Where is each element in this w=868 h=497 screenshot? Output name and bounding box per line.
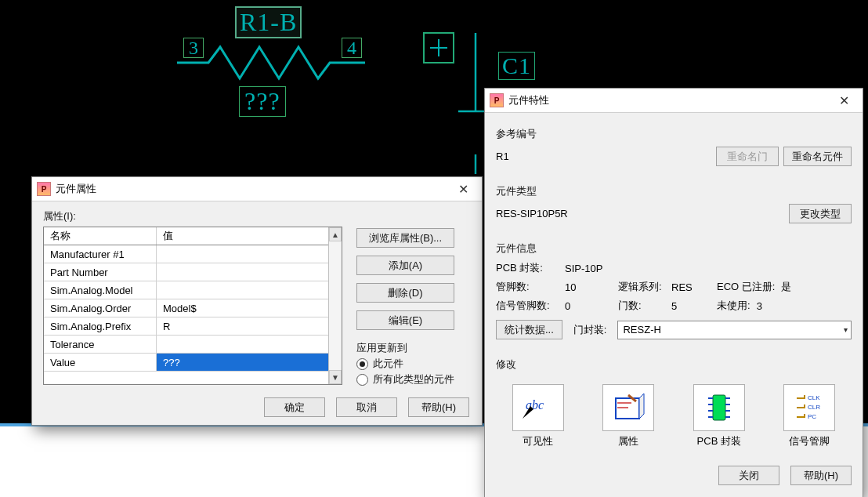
apply-this-radio[interactable]: 此元件 [356,357,454,371]
help-button[interactable]: 帮助(H) [790,466,852,485]
browse-lib-attributes-button[interactable]: 浏览库属性(B)... [356,228,454,248]
signal-pin-count-label: 信号管脚数: [496,299,559,313]
signal-pin-count-value: 0 [565,300,612,312]
apply-all-radio[interactable]: 所有此类型的元件 [356,372,454,386]
visibility-button[interactable]: abc [512,384,564,431]
ref-number-label: 参考编号 [496,127,852,141]
visibility-icon: abc [519,390,557,425]
signal-pins-button[interactable]: CLKCLRPC [783,384,835,431]
app-icon: P [37,182,51,196]
modify-section-label: 修改 [496,357,852,372]
svg-text:CLR: CLR [808,404,820,411]
unused-value: 3 [757,300,762,312]
table-row[interactable]: Sim.Analog.Prefix R [44,317,328,336]
table-header: 名称 值 [44,227,328,245]
logic-family-label: 逻辑系列: [618,280,665,294]
dialog2-title: 元件特性 [508,93,549,107]
help-button[interactable]: 帮助(H) [408,397,469,417]
statistics-button[interactable]: 统计数据... [496,320,562,339]
rename-component-button[interactable]: 重命名元件 [783,147,852,166]
table-row[interactable]: Manufacturer #1 [44,245,328,263]
component-info-label: 元件信息 [496,241,852,256]
svg-text:PC: PC [808,413,816,420]
component-value-label: ??? [239,86,286,117]
pin-count-label: 管脚数: [496,280,559,294]
chevron-down-icon: ▾ [844,325,848,334]
scroll-down-icon[interactable]: ▼ [329,370,342,384]
close-icon[interactable]: ✕ [828,91,859,110]
dialog2-titlebar[interactable]: P 元件特性 ✕ [485,89,863,113]
pcb-package-label: PCB 封装: [496,261,559,275]
signal-pin-icon: CLKCLRPC [790,390,828,425]
chip-icon [700,390,738,425]
attributes-label: 属性 [618,434,638,448]
component-properties-dialog: P 元件特性 ✕ 参考编号 R1 重命名门 重命名元件 元件类型 R [484,88,863,497]
component-attributes-dialog: P 元件属性 ✕ 属性(I): 名称 值 [31,176,483,426]
dialog1-titlebar[interactable]: P 元件属性 ✕ [32,177,482,201]
ref-number-value: R1 [496,151,509,162]
col-name: 名称 [44,227,157,245]
gate-package-label: 门封装: [573,323,607,337]
component-type-value: RES-SIP10P5R [496,208,568,219]
table-scrollbar[interactable]: ▲ ▼ [328,227,342,384]
resistor-symbol [177,43,365,82]
delete-attribute-button[interactable]: 删除(D) [356,283,454,303]
component-ref-label: R1-B [235,6,302,38]
attributes-section-label: 属性(I): [43,209,471,223]
svg-rect-9 [713,395,725,420]
table-row[interactable]: Sim.Analog.Order Model$ [44,299,328,317]
ok-button[interactable]: 确定 [264,397,325,417]
table-row[interactable]: Sim.Analog.Model [44,281,328,299]
close-button[interactable]: 关闭 [718,466,779,485]
apply-updates-label: 应用更新到 [356,341,454,355]
visibility-label: 可见性 [523,434,553,448]
eco-registered-value: 是 [781,280,791,294]
pcb-package-value: SIP-10P [565,263,602,274]
scroll-up-icon[interactable]: ▲ [329,227,342,241]
attributes-table[interactable]: 名称 值 Manufacturer #1 Part Number [43,227,342,385]
add-attribute-button[interactable]: 添加(A) [356,256,454,275]
gate-package-dropdown[interactable]: RESZ-H ▾ [617,321,852,339]
pcb-package-label: PCB 封装 [697,434,741,448]
col-value: 值 [157,227,328,245]
pcb-package-button[interactable] [693,384,745,431]
table-row[interactable]: Value ??? [44,354,328,372]
dialog1-title: 元件属性 [56,182,96,196]
rename-gate-button[interactable]: 重命名门 [716,147,779,166]
radio-icon [356,374,368,386]
edit-attribute-button[interactable]: 编辑(E) [356,310,454,330]
attributes-button[interactable] [602,384,654,431]
svg-marker-8 [639,394,644,419]
app-icon: P [490,93,504,107]
table-row[interactable]: Tolerance [44,336,328,354]
gate-count-value: 5 [671,300,711,312]
change-type-button[interactable]: 更改类型 [789,204,852,223]
radio-icon [356,358,368,370]
cancel-button[interactable]: 取消 [336,397,397,417]
close-icon[interactable]: ✕ [447,180,479,198]
unused-label: 未使用: [717,299,750,313]
gate-count-label: 门数: [618,299,665,313]
eco-registered-label: ECO 已注册: [717,280,775,294]
signal-pins-label: 信号管脚 [789,434,830,448]
pin-count-value: 10 [565,281,612,293]
table-row[interactable]: Part Number [44,263,328,281]
attributes-icon [609,390,647,425]
svg-text:CLK: CLK [808,394,820,401]
component-type-label: 元件类型 [496,184,852,198]
logic-family-value: RES [671,281,711,293]
